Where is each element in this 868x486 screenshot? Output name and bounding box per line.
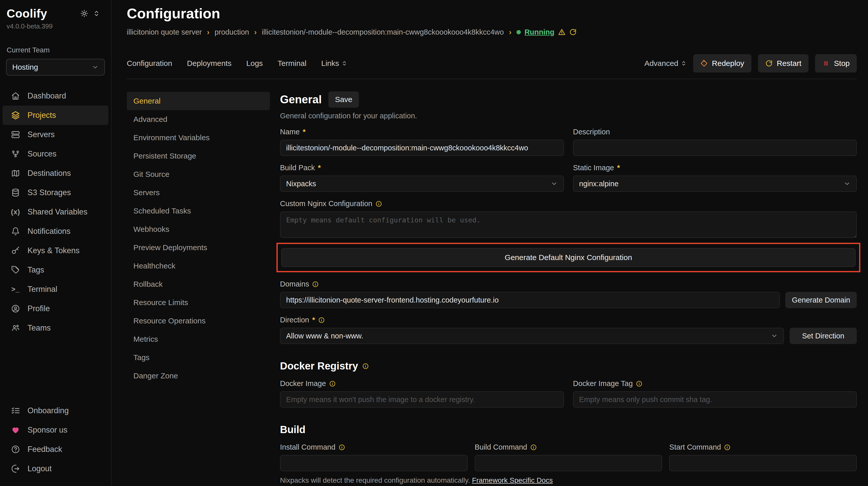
subnav-item-healthcheck[interactable]: Healthcheck: [127, 257, 270, 275]
subnav-item-tags[interactable]: Tags: [127, 348, 270, 367]
tab-links[interactable]: Links: [321, 59, 347, 68]
sidebar-item-notifications[interactable]: Notifications: [3, 222, 108, 241]
subnav-item-advanced[interactable]: Advanced: [127, 110, 270, 129]
static-image-value: nginx:alpine: [579, 180, 619, 188]
info-icon[interactable]: [339, 444, 345, 451]
checklist-icon: [11, 407, 20, 415]
sidebar-item-sponsor-us[interactable]: Sponsor us: [3, 420, 108, 440]
subnav-item-servers[interactable]: Servers: [127, 184, 270, 202]
sidebar-item-keys-tokens[interactable]: Keys & Tokens: [3, 241, 108, 260]
info-icon[interactable]: [318, 317, 325, 323]
subnav-item-metrics[interactable]: Metrics: [127, 330, 270, 348]
breadcrumb-resource[interactable]: illicitestonion/-module--decomposition:m…: [262, 28, 504, 36]
restart-button[interactable]: Restart: [758, 54, 809, 72]
sidebar-item-onboarding[interactable]: Onboarding: [3, 401, 108, 420]
breadcrumb-separator: ›: [254, 28, 256, 36]
name-input[interactable]: [280, 140, 564, 156]
sidebar-item-tags[interactable]: Tags: [3, 260, 108, 280]
sidebar-item-shared-variables[interactable]: (x) Shared Variables: [3, 202, 108, 222]
team-select[interactable]: Hosting: [6, 59, 105, 75]
chevron-down-icon: [843, 180, 851, 187]
info-icon[interactable]: [530, 444, 537, 451]
settings-subnav: General Advanced Environment Variables P…: [127, 88, 270, 486]
sidebar-item-destinations[interactable]: Destinations: [3, 164, 108, 183]
sidebar-item-feedback[interactable]: Feedback: [3, 440, 108, 459]
subnav-item-rollback[interactable]: Rollback: [127, 275, 270, 293]
sidebar-item-label: Tags: [28, 265, 44, 274]
subnav-item-git-source[interactable]: Git Source: [127, 165, 270, 184]
sidebar-item-label: S3 Storages: [28, 188, 71, 197]
status-running-link[interactable]: Running: [524, 28, 554, 36]
subnav-item-environment-variables[interactable]: Environment Variables: [127, 129, 270, 147]
info-icon[interactable]: [375, 200, 382, 207]
sidebar-item-dashboard[interactable]: Dashboard: [3, 86, 108, 106]
subnav-item-danger-zone[interactable]: Danger Zone: [127, 367, 270, 385]
tab-terminal[interactable]: Terminal: [278, 59, 307, 68]
docker-image-tag-input[interactable]: [573, 391, 857, 408]
theme-toggle-sun-icon[interactable]: [81, 10, 88, 17]
status-dot: [517, 30, 521, 34]
sidebar-item-projects[interactable]: Projects: [3, 106, 108, 125]
chevron-down-icon: [92, 64, 99, 71]
subnav-item-scheduled-tasks[interactable]: Scheduled Tasks: [127, 202, 270, 220]
refresh-status-icon[interactable]: [569, 28, 577, 36]
sidebar-item-s3-storages[interactable]: S3 Storages: [3, 183, 108, 202]
tab-logs[interactable]: Logs: [246, 59, 263, 68]
sidebar-item-profile[interactable]: Profile: [3, 299, 108, 318]
nginx-config-textarea[interactable]: [280, 212, 857, 238]
tabs-bar: Configuration Deployments Logs Terminal …: [127, 54, 857, 72]
subnav-item-preview-deployments[interactable]: Preview Deployments: [127, 238, 270, 257]
sidebar-item-teams[interactable]: Teams: [3, 318, 108, 338]
info-icon[interactable]: [329, 380, 336, 387]
direction-value: Allow www & non-www.: [286, 332, 363, 340]
domains-input[interactable]: [280, 292, 780, 308]
tab-configuration[interactable]: Configuration: [127, 59, 172, 68]
start-command-input[interactable]: [669, 455, 857, 471]
info-icon[interactable]: [724, 444, 731, 451]
sidebar-item-label: Logout: [28, 464, 52, 473]
subnav-item-persistent-storage[interactable]: Persistent Storage: [127, 147, 270, 165]
nixpacks-note-text: Nixpacks will detect the required config…: [280, 476, 470, 484]
stop-label: Stop: [834, 59, 850, 68]
sidebar-item-servers[interactable]: Servers: [3, 125, 108, 144]
build-command-input[interactable]: [475, 455, 662, 471]
info-icon[interactable]: [636, 380, 643, 387]
sidebar-item-logout[interactable]: Logout: [3, 459, 108, 478]
breadcrumb-environment[interactable]: production: [215, 28, 249, 36]
redeploy-button[interactable]: Redeploy: [693, 54, 751, 72]
subnav-item-resource-limits[interactable]: Resource Limits: [127, 293, 270, 312]
docker-image-input[interactable]: [280, 391, 564, 408]
subnav-item-resource-operations[interactable]: Resource Operations: [127, 312, 270, 330]
name-label: Name: [280, 128, 300, 136]
main-content: Configuration illicitonion quote server …: [112, 0, 868, 486]
install-command-input[interactable]: [280, 455, 468, 471]
sidebar-item-sources[interactable]: Sources: [3, 144, 108, 164]
tab-deployments[interactable]: Deployments: [187, 59, 231, 68]
set-direction-button[interactable]: Set Direction: [789, 328, 857, 344]
generate-domain-button[interactable]: Generate Domain: [785, 292, 857, 308]
brand-logo: Coolify: [7, 7, 47, 20]
sidebar-item-label: Teams: [28, 323, 51, 332]
framework-docs-link[interactable]: Framework Specific Docs: [472, 476, 553, 484]
build-pack-select[interactable]: Nixpacks: [280, 175, 564, 192]
save-button[interactable]: Save: [328, 91, 359, 108]
subnav-item-webhooks[interactable]: Webhooks: [127, 220, 270, 238]
breadcrumb-project[interactable]: illicitonion quote server: [127, 28, 202, 36]
chevrons-up-down-icon: [342, 61, 347, 66]
description-input[interactable]: [573, 140, 857, 156]
advanced-dropdown[interactable]: Advanced: [644, 59, 686, 68]
chevrons-up-down-icon[interactable]: [93, 10, 100, 17]
required-asterisk: *: [303, 128, 306, 136]
generate-nginx-config-button[interactable]: Generate Default Nginx Configuration: [281, 248, 856, 267]
subnav-item-general[interactable]: General: [127, 92, 270, 110]
static-image-select[interactable]: nginx:alpine: [573, 175, 857, 192]
stop-button[interactable]: Stop: [815, 54, 857, 72]
info-icon[interactable]: [312, 281, 319, 288]
description-label: Description: [573, 128, 610, 136]
install-command-label: Install Command: [280, 443, 336, 451]
info-icon[interactable]: [362, 363, 369, 369]
sidebar-item-terminal[interactable]: >_ Terminal: [3, 280, 108, 299]
status-badge: Running: [517, 28, 577, 36]
direction-select[interactable]: Allow www & non-www.: [280, 328, 784, 344]
advanced-label: Advanced: [644, 59, 678, 68]
